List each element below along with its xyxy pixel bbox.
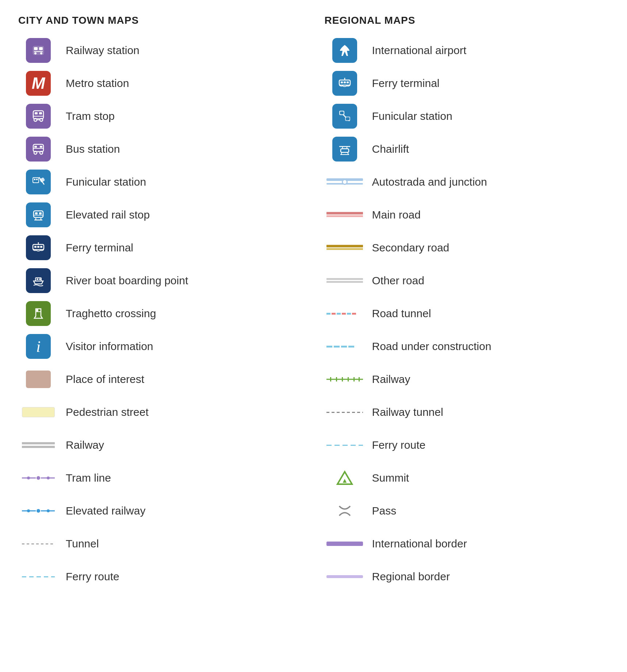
road-construction-label: Road under construction — [372, 340, 492, 353]
ferry-route-city-icon — [18, 576, 58, 577]
intl-airport-label: International airport — [372, 44, 467, 57]
svg-rect-34 — [34, 246, 37, 248]
svg-text:▲: ▲ — [341, 477, 348, 484]
regional-border-icon — [325, 575, 365, 578]
chairlift-label: Chairlift — [372, 143, 409, 155]
list-item: Ferry route — [18, 563, 303, 590]
other-road-label: Other road — [372, 274, 424, 287]
road-construction-icon — [325, 346, 365, 348]
traghetto-icon — [18, 301, 58, 326]
summit-icon: ▲ — [325, 466, 365, 490]
secondary-road-label: Secondary road — [372, 242, 450, 254]
svg-rect-2 — [39, 47, 43, 50]
railway-station-label: Railway station — [66, 44, 139, 57]
list-item: Elevated rail stop — [18, 202, 303, 228]
list-item: Chairlift — [325, 136, 609, 162]
river-boat-icon — [18, 268, 58, 293]
tram-line-label: Tram line — [66, 472, 111, 484]
list-item: Tunnel — [18, 531, 303, 557]
regional-border-label: Regional border — [372, 570, 450, 583]
svg-rect-39 — [37, 278, 38, 280]
list-item: Railway tunnel — [325, 399, 609, 425]
svg-rect-3 — [34, 51, 43, 52]
list-item: ▲ Summit — [325, 465, 609, 491]
place-interest-icon — [18, 371, 58, 388]
list-item: Road tunnel — [325, 300, 609, 327]
svg-rect-8 — [39, 112, 42, 114]
list-item: M Metro station — [18, 70, 303, 96]
tram-line-icon — [18, 475, 58, 481]
list-item: Railway station — [18, 37, 303, 64]
list-item: International airport — [325, 37, 609, 64]
secondary-road-icon — [325, 244, 365, 251]
intl-border-label: International border — [372, 538, 467, 550]
metro-station-icon: M — [18, 71, 58, 96]
intl-border-icon — [325, 542, 365, 546]
list-item: Road under construction — [325, 333, 609, 360]
svg-rect-50 — [340, 111, 344, 114]
list-item: Ferry route — [325, 432, 609, 458]
autostrada-label: Autostrada and junction — [372, 176, 487, 188]
list-item: Pass — [325, 498, 609, 524]
svg-rect-21 — [33, 178, 38, 182]
road-tunnel-label: Road tunnel — [372, 307, 431, 320]
visitor-info-icon: i — [18, 334, 58, 359]
svg-rect-46 — [347, 81, 349, 83]
svg-rect-22 — [34, 179, 35, 180]
svg-rect-1 — [34, 47, 38, 50]
bus-station-icon — [18, 137, 58, 162]
list-item: Ferry terminal — [325, 70, 609, 96]
metro-station-label: Metro station — [66, 77, 129, 90]
ferry-route-reg-label: Ferry route — [372, 439, 426, 451]
funicular-station-icon — [18, 170, 58, 194]
svg-rect-28 — [39, 212, 42, 214]
svg-rect-45 — [344, 81, 346, 83]
svg-point-11 — [40, 118, 43, 121]
ferry-terminal-label: Ferry terminal — [66, 242, 133, 254]
main-road-label: Main road — [372, 209, 421, 221]
elevated-railway-icon — [18, 508, 58, 514]
svg-rect-25 — [39, 177, 45, 183]
elevated-rail-stop-icon — [18, 202, 58, 227]
svg-rect-35 — [37, 246, 39, 248]
railway-city-label: Railway — [66, 439, 104, 451]
legend-container: CITY AND TOWN MAPS Railway station — [18, 15, 609, 596]
svg-point-42 — [36, 309, 38, 311]
elevated-railway-label: Elevated railway — [66, 505, 145, 517]
traghetto-label: Traghetto crossing — [66, 307, 156, 320]
tunnel-label: Tunnel — [66, 538, 99, 550]
railway-station-icon — [18, 38, 58, 63]
svg-rect-27 — [35, 212, 38, 214]
road-tunnel-icon — [325, 313, 365, 315]
railway-tunnel-label: Railway tunnel — [372, 406, 443, 418]
list-item: Autostrada and junction — [325, 169, 609, 195]
list-item: Tram line — [18, 465, 303, 491]
svg-rect-26 — [34, 211, 43, 217]
svg-point-5 — [40, 52, 42, 54]
svg-point-10 — [34, 118, 37, 121]
pass-label: Pass — [372, 505, 397, 517]
list-item: Elevated railway — [18, 498, 303, 524]
svg-rect-40 — [39, 278, 41, 280]
visitor-info-label: Visitor information — [66, 340, 153, 353]
ferry-terminal-reg-label: Ferry terminal — [372, 77, 440, 90]
list-item: Funicular station — [325, 103, 609, 129]
other-road-icon — [325, 278, 365, 284]
svg-rect-36 — [40, 246, 42, 248]
list-item: i Visitor information — [18, 333, 303, 360]
railway-city-icon — [18, 442, 58, 448]
funicular-reg-icon — [325, 104, 365, 129]
place-interest-label: Place of interest — [66, 373, 144, 386]
ferry-route-reg-icon — [325, 445, 365, 446]
main-road-icon — [325, 212, 365, 218]
city-town-maps-column: CITY AND TOWN MAPS Railway station — [18, 15, 303, 596]
svg-rect-44 — [341, 81, 343, 83]
city-town-maps-title: CITY AND TOWN MAPS — [18, 15, 303, 26]
svg-rect-6 — [33, 111, 43, 119]
bus-station-label: Bus station — [66, 143, 120, 155]
ped-street-icon — [18, 407, 58, 417]
svg-rect-56 — [341, 149, 349, 152]
list-item: Other road — [325, 267, 609, 294]
svg-point-4 — [34, 52, 37, 54]
svg-rect-15 — [34, 146, 37, 148]
